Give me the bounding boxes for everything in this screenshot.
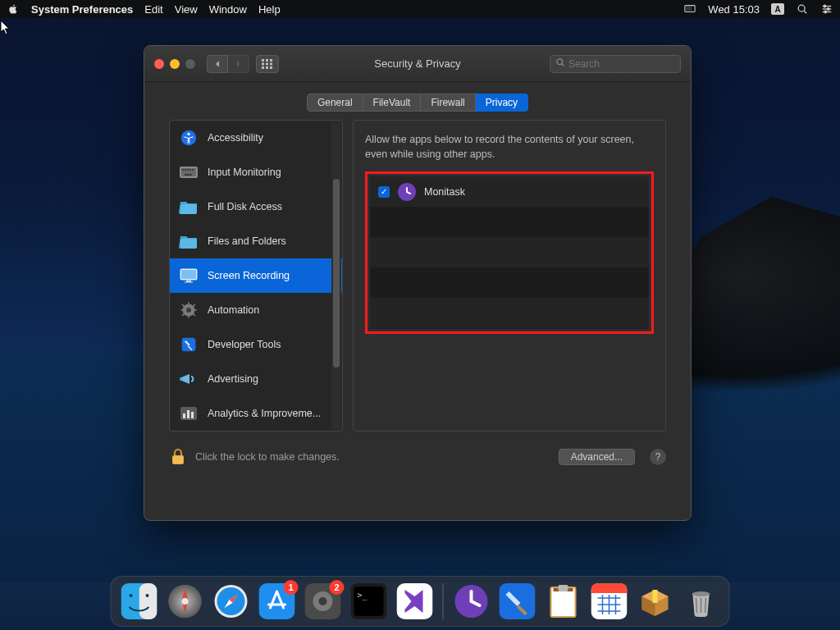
svg-rect-14 bbox=[266, 62, 268, 65]
svg-point-59 bbox=[146, 594, 149, 597]
tab-general[interactable]: General bbox=[307, 94, 363, 112]
menubar-clock[interactable]: Wed 15:03 bbox=[708, 3, 760, 16]
forward-button[interactable] bbox=[228, 55, 249, 73]
sidebar-scrollbar[interactable] bbox=[331, 121, 341, 430]
svg-rect-34 bbox=[181, 270, 196, 279]
dock-finder[interactable] bbox=[120, 582, 159, 621]
window-footer: Click the lock to make changes. Advanced… bbox=[144, 441, 691, 479]
svg-rect-30 bbox=[185, 174, 192, 176]
svg-rect-31 bbox=[180, 204, 197, 214]
dock-visualstudio[interactable] bbox=[395, 582, 435, 621]
sidebar-item-full-disk[interactable]: Full Disk Access bbox=[170, 189, 342, 224]
spotlight-icon[interactable] bbox=[796, 2, 809, 16]
svg-rect-12 bbox=[270, 59, 272, 62]
search-input[interactable] bbox=[568, 58, 675, 70]
checkbox[interactable]: ✓ bbox=[378, 186, 390, 198]
dock-notes[interactable] bbox=[544, 582, 583, 621]
dock-xcode[interactable] bbox=[498, 582, 537, 621]
tab-filevault[interactable]: FileVault bbox=[363, 94, 422, 112]
svg-point-9 bbox=[824, 11, 826, 12]
app-list: ✓ Monitask bbox=[370, 176, 649, 329]
svg-rect-55 bbox=[173, 456, 183, 463]
zoom-button[interactable] bbox=[185, 59, 195, 69]
svg-point-38 bbox=[186, 308, 191, 313]
apple-menu-icon[interactable] bbox=[7, 2, 20, 16]
badge: 2 bbox=[330, 580, 345, 595]
svg-rect-10 bbox=[262, 59, 264, 62]
minimize-button[interactable] bbox=[170, 59, 180, 69]
dock-launchpad[interactable] bbox=[166, 582, 205, 621]
keyboard-icon bbox=[178, 163, 199, 181]
gear-icon bbox=[178, 301, 199, 319]
dock-safari[interactable] bbox=[212, 582, 251, 621]
help-button[interactable]: ? bbox=[650, 449, 666, 465]
svg-rect-1 bbox=[687, 7, 692, 10]
sidebar-item-automation[interactable]: Automation bbox=[170, 293, 342, 327]
search-field[interactable] bbox=[550, 55, 681, 73]
svg-rect-35 bbox=[186, 281, 191, 282]
folder-icon bbox=[178, 232, 199, 250]
app-row[interactable]: ✓ Monitask bbox=[370, 176, 649, 207]
close-button[interactable] bbox=[154, 59, 164, 69]
svg-rect-49 bbox=[180, 377, 182, 381]
svg-point-22 bbox=[187, 133, 189, 135]
sidebar-item-advertising[interactable]: Advertising bbox=[170, 362, 342, 396]
svg-rect-79 bbox=[559, 585, 568, 591]
menubar: System Preferences Edit View Window Help… bbox=[0, 0, 840, 18]
sidebar-item-input-monitoring[interactable]: Input Monitoring bbox=[170, 155, 342, 189]
menubar-app-name[interactable]: System Preferences bbox=[31, 3, 133, 16]
back-button[interactable] bbox=[207, 55, 228, 73]
svg-rect-26 bbox=[185, 169, 186, 171]
app-label: Monitask bbox=[424, 186, 465, 198]
svg-text:>_: >_ bbox=[358, 591, 368, 600]
sidebar-item-analytics[interactable]: Analytics & Improveme... bbox=[170, 396, 342, 431]
chart-icon bbox=[178, 404, 199, 422]
menubar-view[interactable]: View bbox=[175, 3, 198, 16]
tab-privacy[interactable]: Privacy bbox=[476, 94, 528, 112]
dock-appstore[interactable]: 1 bbox=[258, 582, 297, 621]
svg-rect-82 bbox=[591, 591, 628, 593]
dock-terminal[interactable]: >_ bbox=[349, 582, 389, 621]
input-source-icon[interactable]: A bbox=[771, 3, 784, 15]
svg-rect-18 bbox=[270, 66, 272, 69]
menubar-help[interactable]: Help bbox=[258, 3, 281, 16]
dock-calendar[interactable] bbox=[590, 582, 629, 621]
svg-line-91 bbox=[696, 598, 697, 613]
svg-rect-36 bbox=[185, 282, 193, 283]
app-row-empty bbox=[370, 298, 649, 328]
show-all-button[interactable] bbox=[256, 55, 279, 73]
advanced-button[interactable]: Advanced... bbox=[559, 449, 635, 465]
sidebar-item-screen-recording[interactable]: Screen Recording bbox=[170, 258, 342, 293]
sidebar-item-files-folders[interactable]: Files and Folders bbox=[170, 224, 342, 258]
dock-trash[interactable] bbox=[682, 582, 721, 621]
menubar-edit[interactable]: Edit bbox=[144, 3, 162, 16]
titlebar[interactable]: Security & Privacy bbox=[144, 46, 691, 82]
dock-settings[interactable]: 2 bbox=[304, 582, 343, 621]
sidebar-label: Input Monitoring bbox=[208, 167, 281, 178]
lock-icon[interactable] bbox=[169, 446, 187, 468]
display-icon bbox=[178, 267, 199, 285]
sidebar-item-accessibility[interactable]: Accessibility bbox=[170, 121, 342, 155]
scrollbar-thumb[interactable] bbox=[333, 179, 340, 368]
sidebar-label: Screen Recording bbox=[208, 270, 290, 281]
screen-mirror-icon[interactable] bbox=[683, 2, 696, 16]
app-row-empty bbox=[370, 207, 649, 237]
dock: 1 2 >_ bbox=[111, 576, 730, 627]
svg-rect-89 bbox=[653, 590, 658, 603]
svg-rect-15 bbox=[270, 62, 272, 65]
dock-package[interactable] bbox=[636, 582, 675, 621]
tab-firewall[interactable]: Firewall bbox=[421, 94, 475, 112]
control-center-icon[interactable] bbox=[820, 2, 833, 16]
highlight-box: ✓ Monitask bbox=[365, 171, 654, 334]
svg-rect-32 bbox=[180, 239, 197, 249]
svg-rect-16 bbox=[262, 66, 264, 69]
dock-monitask[interactable] bbox=[452, 582, 491, 621]
sidebar-label: Accessibility bbox=[208, 132, 263, 144]
svg-rect-40 bbox=[188, 315, 189, 317]
svg-point-62 bbox=[182, 598, 189, 605]
svg-rect-28 bbox=[189, 169, 191, 171]
sidebar-label: Analytics & Improveme... bbox=[208, 408, 321, 419]
svg-line-20 bbox=[562, 64, 564, 66]
sidebar-item-developer-tools[interactable]: Developer Tools bbox=[170, 327, 342, 362]
menubar-window[interactable]: Window bbox=[209, 3, 247, 16]
